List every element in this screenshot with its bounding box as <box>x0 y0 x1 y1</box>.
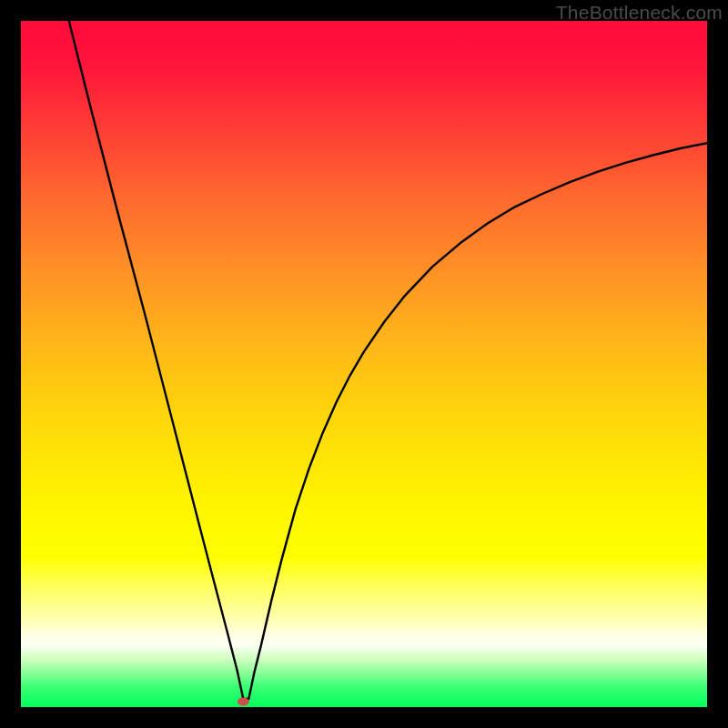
bottleneck-curve <box>69 21 707 699</box>
chart-svg <box>21 21 707 707</box>
chart-frame: TheBottleneck.com <box>0 0 728 728</box>
optimal-point-marker <box>238 697 249 705</box>
watermark-text: TheBottleneck.com <box>556 2 723 24</box>
plot-area <box>21 21 707 707</box>
